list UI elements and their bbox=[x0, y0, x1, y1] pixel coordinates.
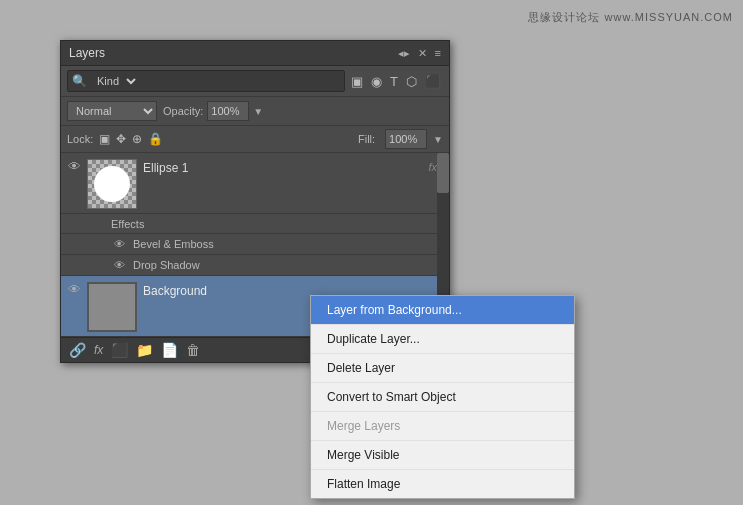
context-item-label: Merge Visible bbox=[327, 448, 399, 462]
adjustment-icon[interactable]: ⬛ bbox=[111, 342, 128, 358]
context-item-label: Layer from Background... bbox=[327, 303, 462, 317]
opacity-chevron[interactable]: ▼ bbox=[253, 106, 263, 117]
search-icon: 🔍 bbox=[72, 74, 87, 88]
context-menu-item-delete[interactable]: Delete Layer bbox=[311, 354, 574, 383]
kind-dropdown[interactable]: Kind bbox=[90, 70, 139, 92]
link-icon[interactable]: 🔗 bbox=[69, 342, 86, 358]
panel-collapse-btn[interactable]: ✕ bbox=[418, 47, 427, 60]
scrollbar-thumb[interactable] bbox=[437, 153, 449, 193]
icon-shape[interactable]: ⬡ bbox=[404, 72, 419, 91]
lock-fill-row: Lock: ▣ ✥ ⊕ 🔒 Fill: ▼ bbox=[61, 126, 449, 153]
panel-title: Layers bbox=[69, 46, 105, 60]
new-group-icon[interactable]: 📁 bbox=[136, 342, 153, 358]
eye-icon-background[interactable]: 👁 bbox=[65, 280, 83, 298]
layer-name-ellipse: Ellipse 1 bbox=[143, 161, 428, 175]
layer-name-bevel: Bevel & Emboss bbox=[133, 238, 445, 250]
eye-icon-shadow[interactable]: 👁 bbox=[111, 257, 127, 273]
lock-icon-checkerboard[interactable]: ▣ bbox=[99, 132, 110, 146]
titlebar-controls: ◂▸ ✕ ≡ bbox=[398, 47, 441, 60]
delete-icon[interactable]: 🗑 bbox=[186, 342, 200, 358]
new-layer-icon[interactable]: 📄 bbox=[161, 342, 178, 358]
fill-chevron[interactable]: ▼ bbox=[433, 134, 443, 145]
lock-icon-draw[interactable]: ⊕ bbox=[132, 132, 142, 146]
panel-menu-btn[interactable]: ≡ bbox=[435, 47, 441, 59]
layer-name-shadow: Drop Shadow bbox=[133, 259, 445, 271]
fill-input[interactable] bbox=[385, 129, 427, 149]
layer-thumb-background bbox=[87, 282, 137, 332]
lock-label: Lock: bbox=[67, 133, 93, 145]
eye-icon-ellipse[interactable]: 👁 bbox=[65, 157, 83, 175]
context-menu-item-duplicate[interactable]: Duplicate Layer... bbox=[311, 325, 574, 354]
opacity-row: Opacity: ▼ bbox=[163, 101, 263, 121]
opacity-label: Opacity: bbox=[163, 105, 203, 117]
icon-text[interactable]: T bbox=[388, 72, 400, 91]
context-item-label: Delete Layer bbox=[327, 361, 395, 375]
lock-icon-lock[interactable]: 🔒 bbox=[148, 132, 163, 146]
effects-label-text: Effects bbox=[111, 218, 144, 230]
search-box[interactable]: 🔍 Kind bbox=[67, 70, 345, 92]
icon-checkerboard[interactable]: ▣ bbox=[349, 72, 365, 91]
kind-search-row: 🔍 Kind ▣ ◉ T ⬡ ⬛ bbox=[61, 66, 449, 97]
icon-adjustment[interactable]: ⬛ bbox=[423, 72, 443, 91]
context-menu-item-layer-from-bg[interactable]: Layer from Background... bbox=[311, 296, 574, 325]
icon-circle[interactable]: ◉ bbox=[369, 72, 384, 91]
context-item-label: Duplicate Layer... bbox=[327, 332, 420, 346]
layer-bevel-emboss[interactable]: 👁 Bevel & Emboss bbox=[61, 234, 449, 255]
layer-thumb-ellipse bbox=[87, 159, 137, 209]
watermark: 思缘设计论坛 www.MISSYUAN.COM bbox=[528, 10, 733, 25]
context-menu-item-smart-object[interactable]: Convert to Smart Object bbox=[311, 383, 574, 412]
panel-resize-btn[interactable]: ◂▸ bbox=[398, 47, 410, 60]
context-menu-item-flatten[interactable]: Flatten Image bbox=[311, 470, 574, 498]
eye-icon-bevel[interactable]: 👁 bbox=[111, 236, 127, 252]
blend-mode-row: Normal Opacity: ▼ bbox=[61, 97, 449, 126]
titlebar-left: Layers bbox=[69, 46, 105, 60]
lock-icon-move[interactable]: ✥ bbox=[116, 132, 126, 146]
layer-drop-shadow[interactable]: 👁 Drop Shadow bbox=[61, 255, 449, 276]
thumb-ellipse-shape bbox=[94, 166, 130, 202]
blend-mode-dropdown[interactable]: Normal bbox=[67, 101, 157, 121]
context-item-label: Convert to Smart Object bbox=[327, 390, 456, 404]
context-item-label: Merge Layers bbox=[327, 419, 400, 433]
layer-effects-label: Effects bbox=[61, 214, 449, 234]
layer-item-ellipse[interactable]: 👁 Ellipse 1 fx bbox=[61, 153, 449, 214]
fx-button[interactable]: fx bbox=[94, 343, 103, 357]
fill-label: Fill: bbox=[358, 133, 375, 145]
context-menu: Layer from Background... Duplicate Layer… bbox=[310, 295, 575, 499]
panel-titlebar: Layers ◂▸ ✕ ≡ bbox=[61, 41, 449, 66]
context-item-label: Flatten Image bbox=[327, 477, 400, 491]
context-menu-item-merge-visible[interactable]: Merge Visible bbox=[311, 441, 574, 470]
bottom-icons: 🔗 fx ⬛ 📁 📄 🗑 bbox=[69, 342, 200, 358]
context-menu-item-merge-layers: Merge Layers bbox=[311, 412, 574, 441]
opacity-input[interactable] bbox=[207, 101, 249, 121]
thumb-gray-fill bbox=[89, 284, 135, 330]
layer-fx-badge: fx bbox=[428, 161, 437, 173]
